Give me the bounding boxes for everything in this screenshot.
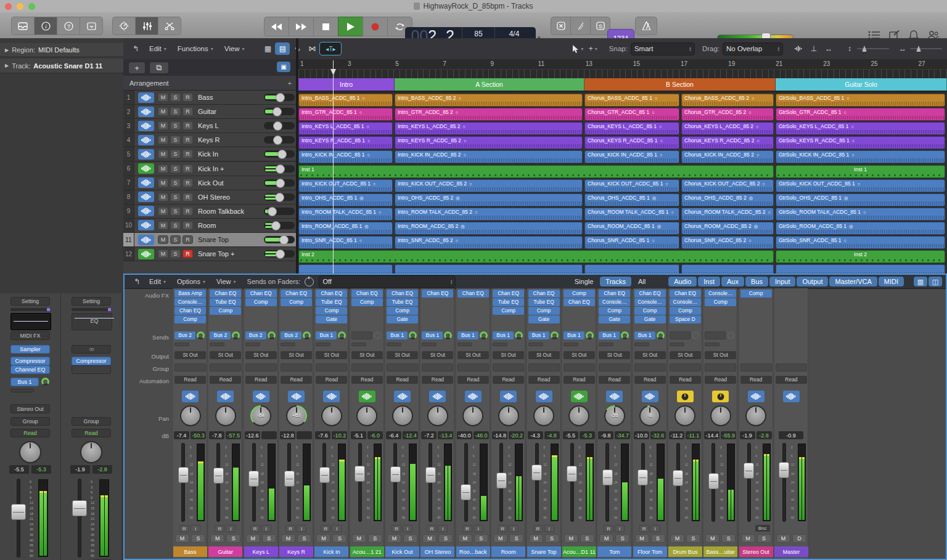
group-slot[interactable] — [457, 363, 489, 371]
library-icon[interactable] — [11, 17, 34, 35]
record-button[interactable]: R — [182, 164, 193, 173]
solo-button[interactable]: S — [226, 534, 240, 543]
pan-knob[interactable] — [535, 407, 553, 425]
pan-knob[interactable] — [570, 407, 588, 425]
plugin-slot[interactable]: Chan EQ — [245, 290, 277, 298]
track-volume-knob[interactable] — [273, 107, 282, 116]
flex-icon[interactable]: ⋈ — [305, 43, 319, 55]
volume-readout[interactable]: -5.1 — [351, 431, 366, 439]
plugin-slot[interactable]: Chan EQ — [599, 290, 630, 298]
automation-button[interactable]: Read — [210, 376, 241, 384]
region[interactable]: Intro_KEYS L_ACDC_85 2○ — [395, 122, 583, 135]
region[interactable]: Chorus_GTR_ACDC_85 1○ — [584, 108, 679, 121]
volume-readout[interactable]: -1.9 — [740, 431, 755, 439]
plugin-slot[interactable]: Comp — [316, 307, 347, 315]
fader-handle[interactable] — [213, 468, 224, 484]
mixer-filter-audio[interactable]: Audio — [668, 277, 697, 286]
peak-readout[interactable]: -12.4 — [403, 431, 418, 439]
fader-track[interactable] — [783, 444, 785, 521]
mute-button[interactable]: M — [175, 534, 189, 543]
send-slot-empty[interactable] — [564, 343, 578, 346]
region[interactable]: Inst 1 — [776, 165, 945, 178]
record-enable-button[interactable]: R — [498, 525, 507, 532]
peak-readout[interactable]: -32.6 — [650, 431, 666, 439]
setting-button[interactable]: Setting — [10, 297, 50, 306]
peak-readout[interactable]: -48.0 — [474, 431, 489, 439]
channel-type-icon[interactable] — [217, 391, 234, 402]
send-knob[interactable] — [197, 331, 205, 339]
volume-readout[interactable]: -7.2 — [421, 431, 437, 439]
smart-controls-icon[interactable] — [112, 17, 135, 35]
play-icon[interactable] — [338, 17, 363, 36]
send-button[interactable]: Bus 2 — [281, 331, 301, 339]
mute-button[interactable]: M — [635, 534, 649, 543]
send-button[interactable]: Bus 1 — [387, 331, 408, 339]
input-monitor-button[interactable]: I — [544, 525, 554, 532]
mute-button[interactable]: M — [529, 534, 543, 543]
output-button[interactable]: St Out — [210, 351, 241, 359]
fader-track[interactable] — [748, 444, 750, 521]
send-knob[interactable] — [727, 331, 735, 339]
mixer-mode-tracks[interactable]: Tracks — [600, 277, 631, 286]
automation-button[interactable]: Read — [776, 376, 807, 384]
mute-button[interactable]: M — [741, 534, 755, 543]
region[interactable] — [395, 264, 583, 274]
output-button[interactable]: St Out — [670, 351, 701, 359]
metronome-icon[interactable] — [635, 17, 657, 35]
channel-name[interactable]: Acou…D1 11 — [562, 546, 596, 557]
region[interactable]: GtrSolo_SNR_ACDC_85 1○ — [776, 236, 945, 249]
record-enable-button[interactable]: R — [604, 525, 613, 532]
automation-button[interactable]: Read — [387, 376, 418, 384]
command-tool-icon[interactable]: +▾ — [586, 43, 601, 55]
plugin-slot[interactable]: Chan EQ — [670, 290, 701, 298]
plugin-slot[interactable]: Gate — [387, 315, 418, 323]
input-monitor-button[interactable]: I — [650, 525, 660, 532]
fader-track[interactable] — [465, 444, 467, 521]
send-button[interactable]: Bus 1 — [422, 331, 443, 339]
send-slot-empty[interactable] — [281, 343, 295, 346]
track-icon[interactable] — [138, 220, 154, 230]
scissors-icon[interactable] — [158, 17, 181, 35]
record-enable-button[interactable]: R — [285, 525, 295, 532]
record-button[interactable]: R — [182, 221, 193, 230]
fader-handle[interactable] — [425, 467, 436, 483]
automation-button[interactable]: Read — [72, 429, 111, 437]
fader-handle[interactable] — [319, 467, 330, 483]
channel-type-icon[interactable] — [642, 391, 658, 402]
plugin-slot[interactable]: Comp — [705, 298, 736, 306]
plugin-slot[interactable]: Chan EQ — [528, 290, 560, 298]
volume-readout[interactable]: -12.6 — [245, 431, 260, 439]
channel-name[interactable]: Bass — [173, 546, 207, 557]
record-enable-button[interactable]: R — [533, 525, 543, 532]
send-knob[interactable] — [303, 331, 311, 339]
track-row[interactable]: 10MSRRoom — [123, 219, 298, 233]
mute-button[interactable]: M — [210, 534, 224, 543]
plugin-slot[interactable]: Tube EQ — [528, 298, 560, 306]
output-button[interactable]: St Out — [351, 351, 383, 359]
channel-name[interactable]: Master — [774, 546, 808, 557]
track-volume-knob[interactable] — [276, 93, 285, 102]
tempo-display[interactable]: 85 — [474, 30, 482, 38]
mixer-filter-aux[interactable]: Aux — [721, 277, 744, 286]
plugin-slot[interactable]: Console… — [705, 290, 736, 298]
region[interactable]: Chorus_ROOM TALK_ACDC_85 2○ — [681, 208, 774, 221]
region[interactable]: Chorus_ROOM_ACDC_85 1◎ — [584, 222, 679, 235]
channel-type-icon[interactable] — [253, 391, 269, 402]
output-button[interactable]: St Out — [316, 351, 347, 359]
fader-handle[interactable] — [567, 466, 577, 482]
send-slot-empty[interactable] — [634, 343, 649, 346]
region[interactable]: Chorus_KEYS L_ACDC_85 2○ — [681, 122, 774, 135]
region[interactable]: Chorus_BASS_ACDC_85 1○ — [584, 94, 679, 107]
playhead[interactable] — [333, 60, 334, 274]
track-volume-slider[interactable] — [264, 150, 295, 158]
send-knob[interactable] — [621, 331, 629, 339]
track-volume-knob[interactable] — [268, 207, 277, 216]
automation-button[interactable]: Read — [705, 376, 736, 384]
volume-readout[interactable]: -0.9 — [779, 431, 803, 439]
track-volume-slider[interactable] — [264, 222, 295, 229]
track-row[interactable]: 6MSRKick In + — [123, 162, 298, 176]
group-slot[interactable] — [387, 363, 418, 371]
track-volume-knob[interactable] — [273, 136, 282, 145]
mute-button[interactable]: M — [599, 534, 613, 543]
send-slot-empty[interactable] — [351, 331, 372, 339]
